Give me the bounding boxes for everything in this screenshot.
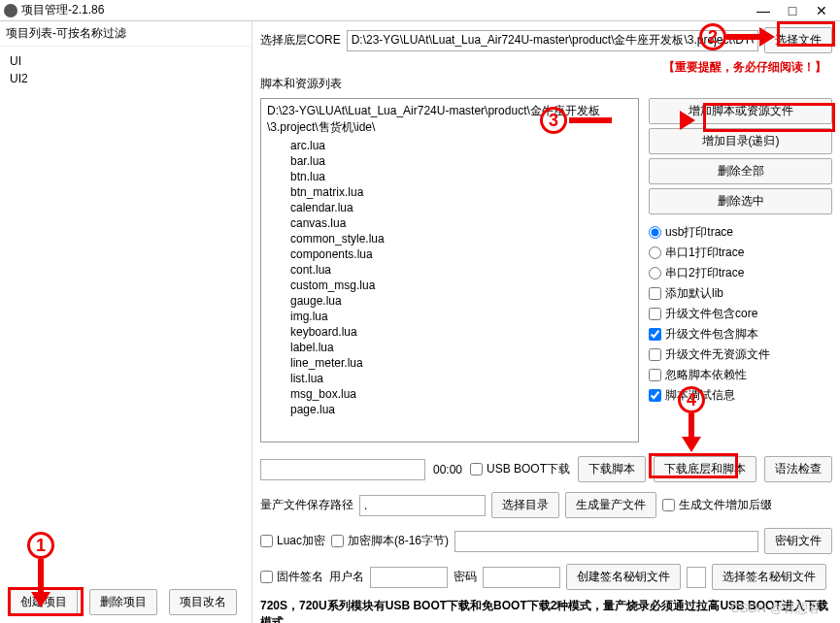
- file-item[interactable]: msg_box.lua: [263, 386, 636, 402]
- usb-boot-checkbox[interactable]: [470, 463, 483, 475]
- ignore-dep-checkbox[interactable]: [649, 369, 661, 381]
- file-item[interactable]: list.lua: [263, 371, 636, 386]
- project-item[interactable]: UI: [0, 52, 252, 70]
- script-list-label: 脚本和资源列表: [260, 76, 342, 92]
- upgrade-script-checkbox[interactable]: [649, 328, 661, 341]
- app-icon: [4, 4, 17, 17]
- delete-project-button[interactable]: 删除项目: [89, 589, 157, 615]
- delete-selected-button[interactable]: 删除选中: [649, 188, 832, 214]
- file-item[interactable]: label.lua: [263, 340, 636, 355]
- username-label: 用户名: [329, 569, 364, 585]
- project-list[interactable]: UI UI2: [0, 47, 252, 581]
- mass-suffix-checkbox[interactable]: [662, 499, 675, 511]
- create-sign-key-button[interactable]: 创建签名秘钥文件: [566, 564, 681, 590]
- upgrade-no-res-checkbox[interactable]: [649, 348, 661, 361]
- syntax-check-button[interactable]: 语法检查: [764, 456, 832, 482]
- key-file-button[interactable]: 密钥文件: [764, 528, 832, 554]
- luac-encrypt-checkbox[interactable]: [260, 535, 273, 547]
- file-item[interactable]: gauge.lua: [263, 293, 636, 309]
- file-item[interactable]: bar.lua: [263, 153, 636, 169]
- download-core-script-button[interactable]: 下载底层和脚本: [654, 456, 756, 482]
- maximize-button[interactable]: □: [778, 3, 807, 18]
- file-item[interactable]: line_meter.lua: [263, 355, 636, 371]
- close-button[interactable]: ✕: [807, 3, 836, 18]
- mass-path-label: 量产文件保存路径: [260, 497, 353, 513]
- download-script-button[interactable]: 下载脚本: [578, 456, 646, 482]
- list-root[interactable]: D:\23-YG\LUAt\Luat_Lua_Air724U-master\pr…: [263, 101, 636, 138]
- password-input[interactable]: [483, 567, 560, 588]
- uart2-trace-radio[interactable]: [649, 267, 661, 279]
- important-notice: 【重要提醒，务必仔细阅读！】: [260, 59, 832, 76]
- project-item[interactable]: UI2: [0, 70, 252, 87]
- file-item[interactable]: canvas.lua: [263, 215, 636, 231]
- username-input[interactable]: [370, 567, 448, 588]
- uart1-trace-radio[interactable]: [649, 246, 661, 259]
- file-item[interactable]: btn_matrix.lua: [263, 184, 636, 200]
- file-item[interactable]: calendar.lua: [263, 200, 636, 215]
- gen-mass-file-button[interactable]: 生成量产文件: [565, 492, 656, 518]
- file-item[interactable]: arc.lua: [263, 138, 636, 153]
- debug-info-checkbox[interactable]: [649, 389, 661, 402]
- core-path-input[interactable]: [347, 30, 758, 51]
- delete-all-button[interactable]: 删除全部: [649, 158, 832, 184]
- encrypt-key-input[interactable]: [454, 531, 758, 552]
- file-item[interactable]: btn.lua: [263, 169, 636, 184]
- watermark: CSDN @轩憩客: [730, 600, 821, 617]
- window-title: 项目管理-2.1.86: [21, 2, 104, 18]
- encrypt-script-checkbox[interactable]: [331, 535, 344, 547]
- select-mass-dir-button[interactable]: 选择目录: [491, 492, 559, 518]
- minimize-button[interactable]: —: [749, 3, 778, 18]
- file-item[interactable]: components.lua: [263, 246, 636, 262]
- rename-project-button[interactable]: 项目改名: [169, 589, 237, 615]
- mass-path-input[interactable]: [359, 495, 486, 516]
- script-file-list[interactable]: D:\23-YG\LUAt\Luat_Lua_Air724U-master\pr…: [260, 98, 639, 443]
- project-list-header: 项目列表-可按名称过滤: [0, 21, 252, 47]
- file-item[interactable]: img.lua: [263, 309, 636, 324]
- file-item[interactable]: keyboard.lua: [263, 324, 636, 340]
- create-project-button[interactable]: 创建项目: [10, 589, 78, 615]
- add-script-button[interactable]: 增加脚本或资源文件: [649, 98, 832, 124]
- upgrade-core-checkbox[interactable]: [649, 308, 661, 320]
- password-label: 密码: [454, 569, 477, 585]
- progress-bar: [260, 459, 425, 480]
- default-lib-checkbox[interactable]: [649, 287, 661, 300]
- firmware-sign-checkbox[interactable]: [260, 571, 273, 583]
- usb-trace-radio[interactable]: [649, 226, 661, 239]
- file-item[interactable]: cont.lua: [263, 262, 636, 278]
- core-label: 选择底层CORE: [260, 32, 341, 49]
- add-dir-button[interactable]: 增加目录(递归): [649, 128, 832, 154]
- file-item[interactable]: page.lua: [263, 402, 636, 417]
- file-item[interactable]: custom_msg.lua: [263, 278, 636, 293]
- select-sign-key-button[interactable]: 选择签名秘钥文件: [712, 564, 826, 590]
- select-core-file-button[interactable]: 选择文件: [764, 27, 832, 53]
- time-label: 00:00: [433, 463, 462, 476]
- sign-key-path[interactable]: [687, 567, 706, 588]
- file-item[interactable]: common_style.lua: [263, 231, 636, 246]
